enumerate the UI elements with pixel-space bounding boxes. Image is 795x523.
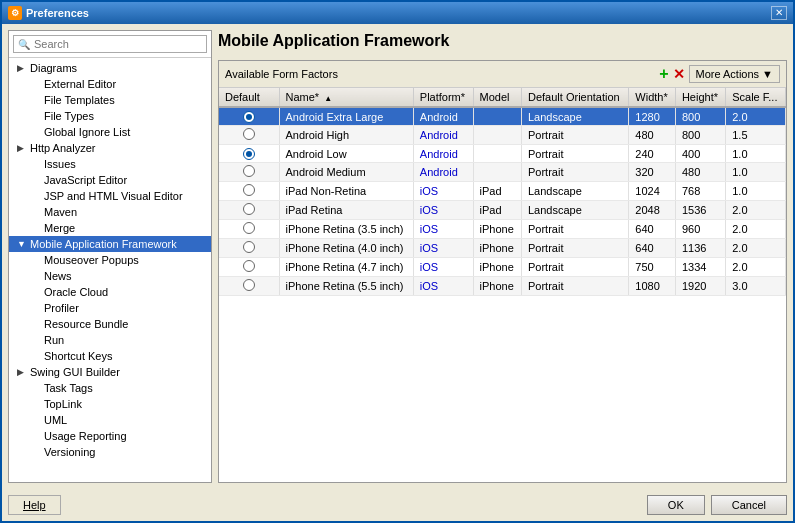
table-row[interactable]: Android MediumAndroidPortrait3204801.0 — [219, 163, 786, 182]
radio-cell-9[interactable] — [219, 277, 279, 296]
radio-cell-6[interactable] — [219, 220, 279, 239]
table-row[interactable]: iPad RetinaiOSiPadLandscape204815362.0 — [219, 201, 786, 220]
cell-height-9: 1920 — [675, 277, 725, 296]
sidebar-item-versioning[interactable]: Versioning — [9, 444, 211, 460]
radio-cell-7[interactable] — [219, 239, 279, 258]
cell-platform-1: Android — [413, 126, 473, 145]
sidebar-item-swing-gui[interactable]: ▶Swing GUI Builder — [9, 364, 211, 380]
sidebar-label-swing-gui: Swing GUI Builder — [30, 366, 120, 378]
help-button[interactable]: Help — [8, 495, 61, 515]
more-actions-label: More Actions — [696, 68, 760, 80]
sidebar-item-toplink[interactable]: TopLink — [9, 396, 211, 412]
table-scroll[interactable]: DefaultName* ▲Platform*ModelDefault Orie… — [219, 88, 786, 482]
cell-orientation-5: Landscape — [522, 201, 629, 220]
sidebar-label-versioning: Versioning — [44, 446, 95, 458]
sidebar-item-merge[interactable]: Merge — [9, 220, 211, 236]
sidebar-item-issues[interactable]: Issues — [9, 156, 211, 172]
radio-cell-1[interactable] — [219, 126, 279, 145]
radio-cell-4[interactable] — [219, 182, 279, 201]
radio-button-0[interactable] — [243, 111, 255, 123]
remove-button[interactable]: ✕ — [673, 67, 685, 81]
radio-cell-0[interactable] — [219, 107, 279, 126]
col-header-default[interactable]: Default — [219, 88, 279, 107]
preferences-window: ⚙ Preferences ✕ 🔍 ▶DiagramsExternal Edit… — [0, 0, 795, 523]
sidebar-item-javascript-editor[interactable]: JavaScript Editor — [9, 172, 211, 188]
cell-model-2 — [473, 145, 521, 163]
sidebar-item-usage-reporting[interactable]: Usage Reporting — [9, 428, 211, 444]
cell-platform-7: iOS — [413, 239, 473, 258]
table-row[interactable]: iPad Non-RetinaiOSiPadLandscape10247681.… — [219, 182, 786, 201]
table-row[interactable]: iPhone Retina (4.0 inch)iOSiPhonePortrai… — [219, 239, 786, 258]
col-header-platform[interactable]: Platform* — [413, 88, 473, 107]
available-form-factors-label: Available Form Factors — [225, 68, 338, 80]
table-row[interactable]: iPhone Retina (4.7 inch)iOSiPhonePortrai… — [219, 258, 786, 277]
cell-scale-6: 2.0 — [726, 220, 786, 239]
radio-cell-2[interactable] — [219, 145, 279, 163]
radio-button-3[interactable] — [243, 165, 255, 177]
search-input[interactable] — [34, 38, 202, 50]
expand-icon-diagrams: ▶ — [17, 63, 27, 73]
sidebar-item-uml[interactable]: UML — [9, 412, 211, 428]
sidebar-item-external-editor[interactable]: External Editor — [9, 76, 211, 92]
col-header-name[interactable]: Name* ▲ — [279, 88, 413, 107]
radio-button-6[interactable] — [243, 222, 255, 234]
radio-cell-8[interactable] — [219, 258, 279, 277]
table-row[interactable]: iPhone Retina (3.5 inch)iOSiPhonePortrai… — [219, 220, 786, 239]
expand-icon-swing-gui: ▶ — [17, 367, 27, 377]
cell-orientation-4: Landscape — [522, 182, 629, 201]
sidebar-item-file-templates[interactable]: File Templates — [9, 92, 211, 108]
sidebar-item-maven[interactable]: Maven — [9, 204, 211, 220]
radio-button-9[interactable] — [243, 279, 255, 291]
sidebar-item-diagrams[interactable]: ▶Diagrams — [9, 60, 211, 76]
radio-button-8[interactable] — [243, 260, 255, 272]
sidebar-item-shortcut-keys[interactable]: Shortcut Keys — [9, 348, 211, 364]
cell-scale-5: 2.0 — [726, 201, 786, 220]
radio-button-1[interactable] — [243, 128, 255, 140]
sidebar-item-jsp-html[interactable]: JSP and HTML Visual Editor — [9, 188, 211, 204]
sidebar-item-mouseover[interactable]: Mouseover Popups — [9, 252, 211, 268]
radio-button-2[interactable] — [243, 148, 255, 160]
radio-cell-5[interactable] — [219, 201, 279, 220]
sidebar-item-run[interactable]: Run — [9, 332, 211, 348]
search-wrapper[interactable]: 🔍 — [13, 35, 207, 53]
radio-button-7[interactable] — [243, 241, 255, 253]
more-actions-button[interactable]: More Actions ▼ — [689, 65, 780, 83]
add-button[interactable]: + — [659, 66, 668, 82]
col-header-model[interactable]: Model — [473, 88, 521, 107]
sidebar-item-news[interactable]: News — [9, 268, 211, 284]
col-header-width[interactable]: Width* — [629, 88, 676, 107]
cell-width-0: 1280 — [629, 107, 676, 126]
sidebar-item-resource-bundle[interactable]: Resource Bundle — [9, 316, 211, 332]
sidebar-label-merge: Merge — [44, 222, 75, 234]
cell-name-5: iPad Retina — [279, 201, 413, 220]
sidebar-item-http-analyzer[interactable]: ▶Http Analyzer — [9, 140, 211, 156]
cell-name-6: iPhone Retina (3.5 inch) — [279, 220, 413, 239]
right-panel: Mobile Application Framework Available F… — [218, 30, 787, 483]
col-header-scale[interactable]: Scale F... — [726, 88, 786, 107]
cell-width-5: 2048 — [629, 201, 676, 220]
radio-button-5[interactable] — [243, 203, 255, 215]
sidebar-label-http-analyzer: Http Analyzer — [30, 142, 95, 154]
cell-scale-0: 2.0 — [726, 107, 786, 126]
cell-model-4: iPad — [473, 182, 521, 201]
close-button[interactable]: ✕ — [771, 6, 787, 20]
table-row[interactable]: Android HighAndroidPortrait4808001.5 — [219, 126, 786, 145]
sidebar-item-file-types[interactable]: File Types — [9, 108, 211, 124]
sidebar-item-task-tags[interactable]: Task Tags — [9, 380, 211, 396]
sidebar-item-global-ignore[interactable]: Global Ignore List — [9, 124, 211, 140]
table-row[interactable]: iPhone Retina (5.5 inch)iOSiPhonePortrai… — [219, 277, 786, 296]
cell-model-3 — [473, 163, 521, 182]
cell-width-6: 640 — [629, 220, 676, 239]
col-header-orientation[interactable]: Default Orientation — [522, 88, 629, 107]
table-head: DefaultName* ▲Platform*ModelDefault Orie… — [219, 88, 786, 107]
sidebar-item-mobile-app[interactable]: ▼Mobile Application Framework — [9, 236, 211, 252]
sidebar-item-profiler[interactable]: Profiler — [9, 300, 211, 316]
radio-button-4[interactable] — [243, 184, 255, 196]
cancel-button[interactable]: Cancel — [711, 495, 787, 515]
table-row[interactable]: Android Extra LargeAndroidLandscape12808… — [219, 107, 786, 126]
table-row[interactable]: Android LowAndroidPortrait2404001.0 — [219, 145, 786, 163]
col-header-height[interactable]: Height* — [675, 88, 725, 107]
ok-button[interactable]: OK — [647, 495, 705, 515]
radio-cell-3[interactable] — [219, 163, 279, 182]
sidebar-item-oracle-cloud[interactable]: Oracle Cloud — [9, 284, 211, 300]
